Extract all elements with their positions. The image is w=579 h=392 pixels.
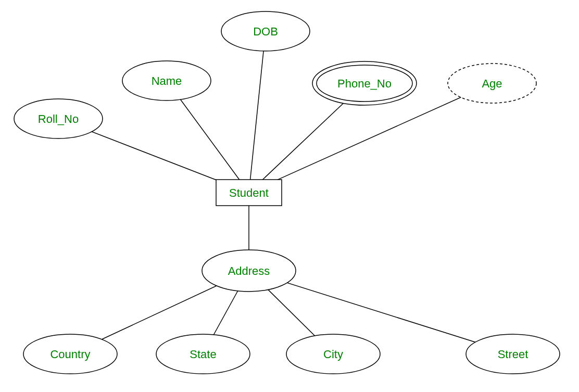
attribute-state-label: State — [190, 348, 216, 361]
edge-student-dob — [249, 31, 266, 193]
attribute-street-label: Street — [498, 348, 528, 361]
entity-student: Student — [216, 180, 282, 206]
attribute-rollno-label: Roll_No — [38, 112, 79, 125]
edge-address-street — [249, 271, 513, 354]
attribute-rollno: Roll_No — [14, 99, 103, 138]
attribute-age-label: Age — [482, 77, 502, 90]
entity-student-label: Student — [229, 186, 269, 199]
attribute-age: Age — [448, 64, 536, 103]
attribute-city-label: City — [323, 348, 343, 361]
attribute-city: City — [286, 334, 380, 374]
attribute-name-label: Name — [152, 74, 182, 87]
attribute-dob-label: DOB — [253, 25, 278, 38]
attribute-phoneno: Phone_No — [312, 61, 417, 105]
attribute-dob: DOB — [221, 11, 310, 51]
attribute-state: State — [156, 334, 250, 374]
attribute-country: Country — [23, 334, 117, 374]
attribute-country-label: Country — [50, 348, 90, 361]
attribute-address-label: Address — [228, 264, 270, 277]
attribute-phoneno-label: Phone_No — [337, 77, 392, 90]
er-diagram: Student Roll_No Name DOB Phone_No Age Ad… — [0, 0, 579, 392]
attribute-address: Address — [202, 250, 296, 292]
attribute-street: Street — [466, 334, 560, 374]
attribute-name: Name — [122, 61, 211, 100]
